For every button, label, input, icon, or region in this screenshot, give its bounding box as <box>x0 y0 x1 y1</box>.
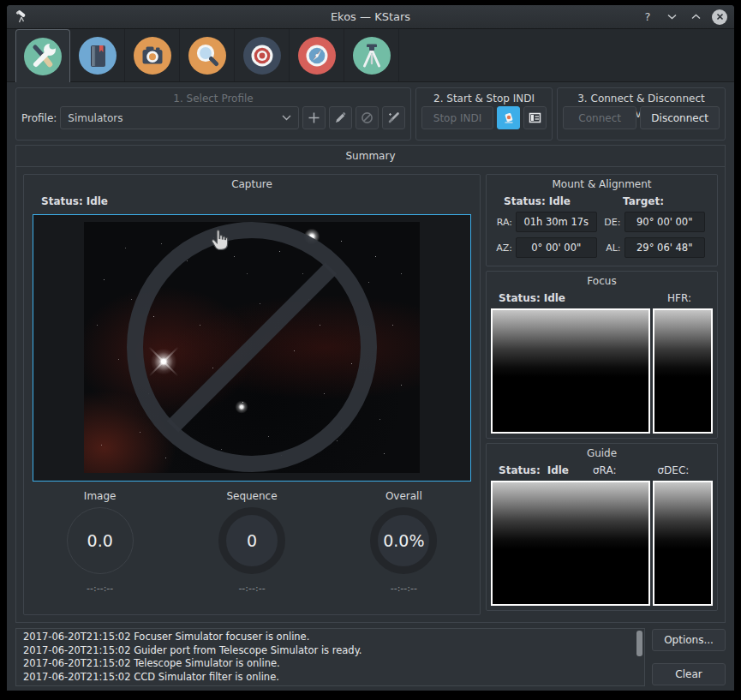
right-column: Mount & Alignment Status: Idle Target: R… <box>486 174 718 615</box>
compass-icon <box>296 35 338 76</box>
al-value[interactable]: 29° 06' 48" <box>624 237 706 258</box>
starfield <box>84 222 85 223</box>
image-progress-label: Image <box>84 490 117 502</box>
telescope-tripod-icon <box>351 35 392 76</box>
guide-title: Guide <box>487 444 717 461</box>
ra-value[interactable]: 01h 30m 17s <box>516 212 597 232</box>
capture-title: Capture <box>24 175 480 192</box>
guide-drift-plot <box>653 481 713 606</box>
capture-status-label: Status: <box>41 195 83 207</box>
image-progress-time: --:--:-- <box>87 583 113 594</box>
focus-hfr-plot <box>653 308 713 434</box>
capture-panel: Capture Status: Idle Image <box>23 174 481 615</box>
log-scrollbar-thumb[interactable] <box>636 631 642 656</box>
devices-group-title: 3. Connect & Disconnect Devices <box>563 91 720 106</box>
tab-summary[interactable]: Summary <box>15 145 726 166</box>
log-line: 2017-06-20T21:15:02 Guider port from Tel… <box>23 644 637 658</box>
log-line: 2017-06-20T21:15:02 CCD Simulator filter… <box>23 671 637 685</box>
overall-progress-value: 0.0% <box>383 531 424 550</box>
delete-profile-button[interactable] <box>356 106 379 129</box>
connect-disconnect-group: 3. Connect & Disconnect Devices Connect … <box>557 87 726 141</box>
overall-progress-label: Overall <box>385 490 422 502</box>
add-profile-button[interactable] <box>302 106 326 129</box>
focus-panel: Focus Status: Idle HFR: <box>486 271 718 439</box>
notebook-icon <box>77 35 118 76</box>
circle-slash-icon <box>361 111 373 124</box>
disconnect-button[interactable]: Disconnect <box>640 106 720 129</box>
indi-group-title: 2. Start & Stop INDI <box>421 91 547 106</box>
log-line: 2017-06-20T21:15:02 Focuser Simulator fo… <box>23 631 637 644</box>
wand-icon <box>387 111 400 124</box>
clear-button[interactable]: Clear <box>652 663 726 685</box>
profile-combobox[interactable]: Simulators <box>60 106 299 129</box>
maximize-button[interactable] <box>688 9 703 25</box>
mount-status-value: Idle <box>549 195 571 207</box>
mount-target-label: Target: <box>623 195 664 207</box>
module-tab-bar <box>7 29 734 82</box>
capture-preview <box>33 214 471 482</box>
mount-title: Mount & Alignment <box>487 175 717 192</box>
mount-alignment-panel: Mount & Alignment Status: Idle Target: R… <box>486 174 718 266</box>
log-view[interactable]: 2017-06-20T21:15:02 Focuser Simulator fo… <box>15 628 645 686</box>
sequence-progress-value: 0 <box>247 531 257 550</box>
tab-focus[interactable] <box>180 29 235 81</box>
summary-frame: Capture Status: Idle Image <box>15 166 726 623</box>
image-progress-value: 0.0 <box>87 531 113 550</box>
tab-mount[interactable] <box>344 29 399 81</box>
indi-control-panel-button[interactable] <box>523 106 547 129</box>
pencil-icon <box>334 111 347 124</box>
camera-icon <box>132 35 173 76</box>
select-profile-title: 1. Select Profile <box>21 91 405 106</box>
help-button[interactable]: ? <box>640 9 655 25</box>
log-line: 2017-06-20T21:15:02 Telescope Simulator … <box>23 657 637 671</box>
de-label: DE: <box>601 217 621 228</box>
guide-status-value: Idle <box>547 464 569 476</box>
bullseye-icon <box>242 35 283 76</box>
stop-indi-button[interactable]: Stop INDI <box>421 106 493 129</box>
ra-label: RA: <box>492 217 512 228</box>
options-button[interactable]: Options... <box>652 629 726 651</box>
close-button[interactable] <box>712 9 727 25</box>
title-bar: Ekos — KStars ? <box>7 5 734 29</box>
al-label: AL: <box>601 242 621 254</box>
de-value[interactable]: 90° 00' 00" <box>624 212 706 232</box>
toolbar: 1. Select Profile Profile: Simulators <box>15 87 726 141</box>
overall-progress-time: --:--:-- <box>391 583 417 594</box>
focus-title: Focus <box>487 272 717 289</box>
log-area: 2017-06-20T21:15:02 Focuser Simulator fo… <box>15 628 726 686</box>
chevron-down-icon <box>282 115 291 121</box>
sequence-progress-time: --:--:-- <box>238 583 265 594</box>
guide-panel: Guide Status: Idle σRA: σDEC: <box>486 443 718 611</box>
select-profile-group: 1. Select Profile Profile: Simulators <box>15 87 411 141</box>
guide-image-preview <box>491 481 650 606</box>
hfr-label: HFR: <box>667 292 691 304</box>
edit-profile-button[interactable] <box>329 106 352 129</box>
minimize-button[interactable] <box>664 9 679 25</box>
indi-mode-toggle[interactable] <box>497 106 520 129</box>
sequence-progress-circle: 0 <box>218 507 285 574</box>
tab-setup[interactable] <box>15 29 70 82</box>
hand-pointer-cursor-icon <box>209 229 231 254</box>
tab-capture[interactable] <box>125 29 180 81</box>
image-progress-circle: 0.0 <box>67 507 134 574</box>
tab-align[interactable] <box>235 29 290 81</box>
profile-selected-value: Simulators <box>68 112 123 124</box>
plus-icon <box>308 111 320 124</box>
capture-progress-row: Image 0.0 --:--:-- Sequence 0 --:--:-- O… <box>24 490 480 614</box>
nebula-preview-image <box>84 222 420 473</box>
tab-scheduler[interactable] <box>70 29 125 81</box>
sigma-ra-label: σRA: <box>593 464 617 476</box>
tools-icon <box>22 36 63 77</box>
profile-wizard-button[interactable] <box>382 106 405 129</box>
magnifier-icon <box>187 35 228 76</box>
window-title: Ekos — KStars <box>7 10 734 23</box>
no-capture-sign-icon <box>127 222 377 472</box>
ekos-window: Ekos — KStars ? <box>7 5 734 691</box>
az-value[interactable]: 0° 00' 00" <box>516 237 597 258</box>
tab-guide[interactable] <box>290 29 344 81</box>
connect-button[interactable]: Connect <box>563 106 636 129</box>
indi-logo-icon <box>502 111 516 125</box>
control-panel-icon <box>529 111 541 124</box>
overall-progress-circle: 0.0% <box>370 507 437 574</box>
focus-status-value: Idle <box>544 292 565 304</box>
